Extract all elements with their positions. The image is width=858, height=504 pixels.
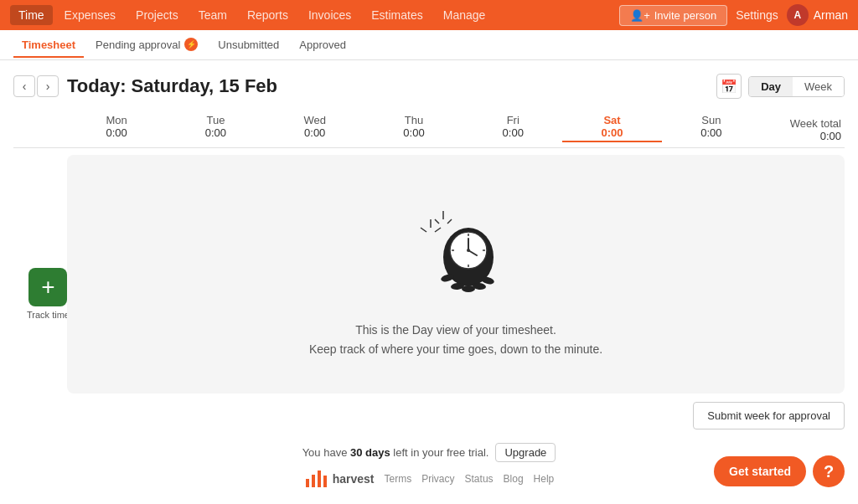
avatar: A <box>787 4 809 26</box>
svg-rect-26 <box>323 476 327 487</box>
tab-pending-approval[interactable]: Pending approval <box>87 33 206 58</box>
days-row: Mon 0:00 Tue 0:00 Wed 0:00 Thu 0:00 Fri <box>67 114 761 142</box>
nav-manage[interactable]: Manage <box>435 5 494 25</box>
nav-time[interactable]: Time <box>10 5 53 25</box>
day-fri[interactable]: Fri 0:00 <box>463 114 562 142</box>
sub-nav: Timesheet Pending approval Unsubmitted A… <box>0 30 858 60</box>
svg-line-8 <box>447 219 452 224</box>
get-started-button[interactable]: Get started <box>714 456 806 486</box>
invite-person-button[interactable]: 👤+ Invite person <box>619 5 727 26</box>
trial-days: 30 days <box>350 446 390 459</box>
empty-illustration <box>389 190 523 307</box>
next-arrow-button[interactable]: › <box>37 75 59 97</box>
week-total-hours: 0:00 <box>761 130 841 142</box>
footer-status[interactable]: Status <box>465 473 494 485</box>
pending-badge-icon <box>184 38 198 51</box>
track-time-button[interactable]: + Track time <box>27 268 70 320</box>
content-wrapper: Mon 0:00 Tue 0:00 Wed 0:00 Thu 0:00 Fri <box>13 109 845 393</box>
day-sat[interactable]: Sat 0:00 <box>562 114 661 142</box>
nav-right: 👤+ Invite person Settings A Arman <box>619 4 848 26</box>
day-sun[interactable]: Sun 0:00 <box>662 114 761 142</box>
nav-estimates[interactable]: Estimates <box>363 5 431 25</box>
day-headers: Mon 0:00 Tue 0:00 Wed 0:00 Thu 0:00 Fri <box>13 109 845 148</box>
day-wed-hours: 0:00 <box>266 126 364 139</box>
user-avatar-area[interactable]: A Arman <box>787 4 848 26</box>
day-sat-name: Sat <box>562 114 661 126</box>
submit-week-button[interactable]: Submit week for approval <box>693 402 845 429</box>
footer-help[interactable]: Help <box>534 473 555 485</box>
harvest-name: harvest <box>333 472 375 486</box>
view-controls: 📅 Day Week <box>716 74 845 99</box>
day-thu[interactable]: Thu 0:00 <box>364 114 463 142</box>
footer-privacy[interactable]: Privacy <box>421 473 454 485</box>
nav-expenses[interactable]: Expenses <box>56 5 124 25</box>
day-tue-name: Tue <box>166 114 265 126</box>
top-nav: Time Expenses Projects Team Reports Invo… <box>0 0 858 30</box>
prev-arrow-button[interactable]: ‹ <box>13 75 35 97</box>
day-fri-name: Fri <box>463 114 562 126</box>
upgrade-button[interactable]: Upgrade <box>495 443 556 462</box>
calendar-button[interactable]: 📅 <box>716 74 742 99</box>
day-mon-name: Mon <box>67 114 166 126</box>
day-tue[interactable]: Tue 0:00 <box>166 114 265 142</box>
footer-blog[interactable]: Blog <box>504 473 524 485</box>
day-sun-hours: 0:00 <box>662 126 761 139</box>
empty-state: This is the Day view of your timesheet. … <box>67 155 845 393</box>
nav-invoices[interactable]: Invoices <box>300 5 359 25</box>
svg-line-7 <box>435 219 439 224</box>
footer-terms[interactable]: Terms <box>385 473 412 485</box>
week-total: Week total 0:00 <box>761 117 845 142</box>
person-add-icon: 👤+ <box>630 9 650 22</box>
week-view-button[interactable]: Week <box>793 77 844 96</box>
day-fri-hours: 0:00 <box>463 126 562 139</box>
svg-line-4 <box>421 228 426 232</box>
trial-text: You have 30 days left in your free trial… <box>302 446 489 459</box>
timesheet-header: ‹ › Today: Saturday, 15 Feb 📅 Day Week <box>13 74 845 99</box>
settings-link[interactable]: Settings <box>736 8 778 22</box>
bottom-bar: Submit week for approval <box>0 393 858 438</box>
day-tue-hours: 0:00 <box>166 126 265 139</box>
main-content: ‹ › Today: Saturday, 15 Feb 📅 Day Week M… <box>0 60 858 393</box>
day-thu-name: Thu <box>364 114 463 126</box>
svg-line-5 <box>435 228 441 232</box>
harvest-logo: harvest <box>304 471 375 487</box>
empty-text: This is the Day view of your timesheet. … <box>309 321 602 358</box>
page-title: Today: Saturday, 15 Feb <box>67 75 716 97</box>
day-mon[interactable]: Mon 0:00 <box>67 114 166 142</box>
float-area: Get started ? <box>714 455 845 487</box>
tab-timesheet[interactable]: Timesheet <box>13 33 84 58</box>
track-time-plus-icon: + <box>28 268 67 306</box>
track-time-label: Track time <box>27 310 70 320</box>
week-total-label: Week total <box>761 117 841 130</box>
day-view-button[interactable]: Day <box>749 77 793 96</box>
day-wed-name: Wed <box>266 114 364 126</box>
user-name: Arman <box>814 8 848 22</box>
day-mon-hours: 0:00 <box>67 126 166 139</box>
day-wed[interactable]: Wed 0:00 <box>266 114 364 142</box>
date-nav-arrows: ‹ › <box>13 75 59 97</box>
nav-projects[interactable]: Projects <box>127 5 187 25</box>
nav-team[interactable]: Team <box>190 5 235 25</box>
tab-approved[interactable]: Approved <box>291 33 354 58</box>
tab-unsubmitted[interactable]: Unsubmitted <box>209 33 287 58</box>
day-sat-hours: 0:00 <box>562 126 661 139</box>
help-button[interactable]: ? <box>813 455 845 487</box>
svg-rect-23 <box>306 479 309 487</box>
svg-rect-24 <box>312 475 315 487</box>
day-sun-name: Sun <box>662 114 761 126</box>
view-toggle-group: Day Week <box>748 76 845 97</box>
svg-rect-25 <box>318 471 321 487</box>
nav-reports[interactable]: Reports <box>239 5 297 25</box>
day-thu-hours: 0:00 <box>364 126 463 139</box>
